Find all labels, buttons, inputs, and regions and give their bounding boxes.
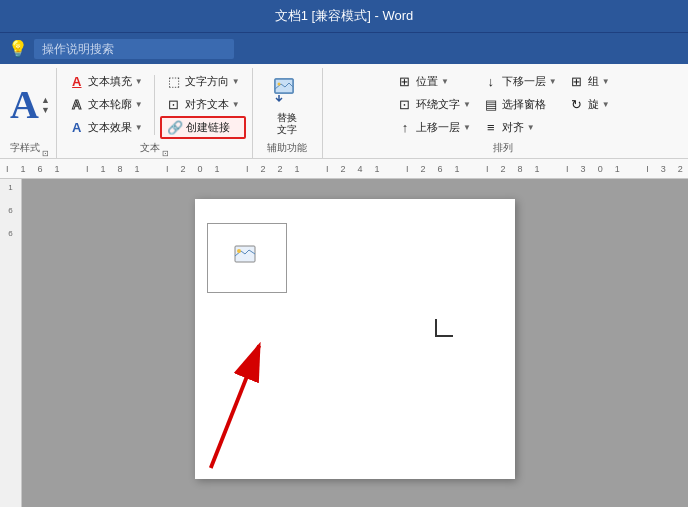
text-outline-arrow: ▼ xyxy=(135,100,143,109)
doc-area: 1 6 6 xyxy=(0,179,688,507)
text-effect-icon: A xyxy=(69,120,85,135)
text-outline-label: 文本轮廓 xyxy=(88,97,132,112)
move-down-button[interactable]: ↓ 下移一层 ▼ xyxy=(477,70,563,92)
group-button[interactable]: ⊞ 组 ▼ xyxy=(563,70,616,92)
align-text-arrow: ▼ xyxy=(232,100,240,109)
move-up-icon: ↑ xyxy=(397,120,413,135)
text-direction-arrow: ▼ xyxy=(232,77,240,86)
svg-point-4 xyxy=(237,249,241,253)
rotate-button[interactable]: ↻ 旋 ▼ xyxy=(563,93,616,115)
text-outline-button[interactable]: A 文本轮廓 ▼ xyxy=(63,93,149,115)
ruler-marks: I161 I181 I201 I221 I241 I261 I281 I301 … xyxy=(4,164,688,174)
group-label: 组 xyxy=(588,74,599,89)
ruler-mark-1: 1 xyxy=(8,183,12,192)
replace-text-label: 替换文字 xyxy=(277,112,297,136)
title-text: 文档1 [兼容模式] - Word xyxy=(275,7,413,25)
move-up-arrow: ▼ xyxy=(463,123,471,132)
search-input[interactable] xyxy=(34,39,234,59)
style-group-label: 字样式 xyxy=(10,139,40,158)
move-down-arrow: ▼ xyxy=(549,77,557,86)
ribbon-group-replace: 替换文字 辅助功能 xyxy=(253,68,323,158)
ribbon: A ▲ ▼ 字样式 ⊡ A 文本填充 ▼ A xyxy=(0,64,688,159)
move-down-label: 下移一层 xyxy=(502,74,546,89)
rotate-label: 旋 xyxy=(588,97,599,112)
text-effect-button[interactable]: A 文本效果 ▼ xyxy=(63,116,149,138)
style-a-icon: A xyxy=(10,85,39,125)
wrap-text-icon: ⊡ xyxy=(397,97,413,112)
style-arrows[interactable]: ▲ ▼ xyxy=(41,95,50,115)
align-icon: ≡ xyxy=(483,120,499,135)
position-arrow: ▼ xyxy=(441,77,449,86)
text-box[interactable] xyxy=(207,223,287,293)
text-fill-label: 文本填充 xyxy=(88,74,132,89)
wrap-text-arrow: ▼ xyxy=(463,100,471,109)
create-link-button[interactable]: 🔗 创建链接 xyxy=(160,116,246,139)
ruler-mark-6b: 6 xyxy=(8,229,12,238)
text-direction-label: 文字方向 xyxy=(185,74,229,89)
group-icon: ⊞ xyxy=(569,74,585,89)
wrap-text-button[interactable]: ⊡ 环绕文字 ▼ xyxy=(391,93,477,115)
arrange-col3: ⊞ 组 ▼ ↻ 旋 ▼ xyxy=(563,70,616,115)
move-up-button[interactable]: ↑ 上移一层 ▼ xyxy=(391,116,477,138)
position-label: 位置 xyxy=(416,74,438,89)
title-bar: 文档1 [兼容模式] - Word xyxy=(0,0,688,32)
left-ruler: 1 6 6 xyxy=(0,179,22,507)
svg-point-2 xyxy=(278,83,281,86)
search-bar: 💡 xyxy=(0,32,688,64)
align-button[interactable]: ≡ 对齐 ▼ xyxy=(477,116,563,138)
text-fill-button[interactable]: A 文本填充 ▼ xyxy=(63,70,149,92)
style-expand-icon[interactable]: ⊡ xyxy=(42,149,49,158)
ribbon-group-text: A 文本填充 ▼ A 文本轮廓 ▼ A 文本效果 ▼ xyxy=(57,68,253,158)
ribbon-group-style: A ▲ ▼ 字样式 ⊡ xyxy=(4,68,57,158)
text-box-icon xyxy=(233,242,261,275)
align-text-icon: ⊡ xyxy=(166,97,182,112)
wrap-text-label: 环绕文字 xyxy=(416,97,460,112)
create-link-label: 创建链接 xyxy=(186,120,230,135)
position-icon: ⊞ xyxy=(397,74,413,89)
cursor-indicator xyxy=(435,319,453,337)
text-expand-icon[interactable]: ⊡ xyxy=(162,149,169,158)
align-text-button[interactable]: ⊡ 对齐文本 ▼ xyxy=(160,93,246,115)
replace-group-label: 辅助功能 xyxy=(267,139,307,158)
text-right-col: ⬚ 文字方向 ▼ ⊡ 对齐文本 ▼ 🔗 创建链接 xyxy=(160,70,246,139)
ruler: I161 I181 I201 I221 I241 I261 I281 I301 … xyxy=(0,159,688,179)
text-direction-button[interactable]: ⬚ 文字方向 ▼ xyxy=(160,70,246,92)
arrange-col2: ↓ 下移一层 ▼ ▤ 选择窗格 ≡ 对齐 ▼ xyxy=(477,70,563,138)
text-effect-label: 文本效果 xyxy=(88,120,132,135)
select-pane-button[interactable]: ▤ 选择窗格 xyxy=(477,93,563,115)
align-text-label: 对齐文本 xyxy=(185,97,229,112)
move-down-icon: ↓ xyxy=(483,74,499,89)
text-fill-icon: A xyxy=(69,74,85,89)
move-up-label: 上移一层 xyxy=(416,120,460,135)
replace-icon xyxy=(271,73,303,110)
create-link-icon: 🔗 xyxy=(167,120,183,135)
document-page xyxy=(195,199,515,479)
replace-text-button[interactable]: 替换文字 xyxy=(262,71,312,139)
ribbon-group-arrange: ⊞ 位置 ▼ ⊡ 环绕文字 ▼ ↑ 上移一层 ▼ ↓ 下移一层 xyxy=(323,68,684,158)
select-pane-label: 选择窗格 xyxy=(502,97,546,112)
text-fill-arrow: ▼ xyxy=(135,77,143,86)
text-left-col: A 文本填充 ▼ A 文本轮廓 ▼ A 文本效果 ▼ xyxy=(63,70,149,138)
rotate-icon: ↻ xyxy=(569,97,585,112)
text-group-label: 文本 xyxy=(140,139,160,158)
align-label: 对齐 xyxy=(502,120,524,135)
rotate-arrow: ▼ xyxy=(602,100,610,109)
search-icon: 💡 xyxy=(8,39,28,58)
select-pane-icon: ▤ xyxy=(483,97,499,112)
arrange-group-label: 排列 xyxy=(493,139,513,158)
ruler-mark-6a: 6 xyxy=(8,206,12,215)
page-container xyxy=(22,179,688,507)
text-effect-arrow: ▼ xyxy=(135,123,143,132)
arrange-col1: ⊞ 位置 ▼ ⊡ 环绕文字 ▼ ↑ 上移一层 ▼ xyxy=(391,70,477,138)
group-arrow: ▼ xyxy=(602,77,610,86)
sep1 xyxy=(154,75,155,135)
text-direction-icon: ⬚ xyxy=(166,74,182,89)
position-button[interactable]: ⊞ 位置 ▼ xyxy=(391,70,477,92)
text-outline-icon: A xyxy=(69,97,85,112)
align-arrow: ▼ xyxy=(527,123,535,132)
